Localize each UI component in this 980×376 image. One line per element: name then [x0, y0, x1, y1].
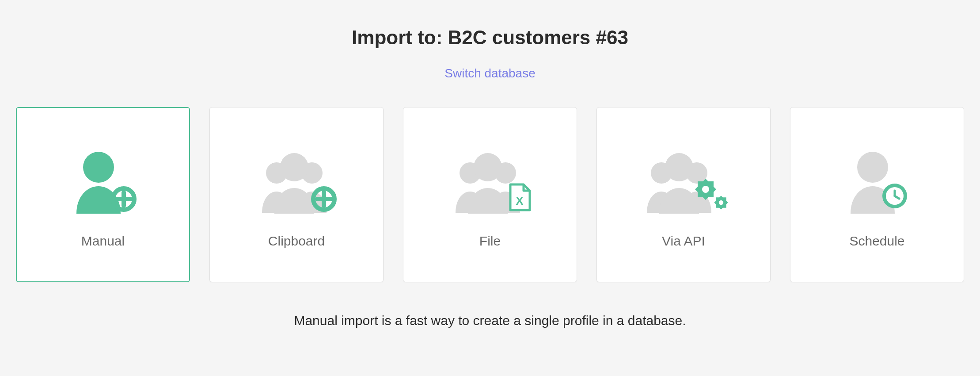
svg-point-16	[665, 153, 693, 181]
switch-database-link[interactable]: Switch database	[444, 66, 535, 81]
svg-point-12	[474, 153, 502, 181]
tile-clipboard[interactable]: Clipboard	[209, 107, 384, 282]
svg-point-19	[857, 152, 888, 183]
svg-point-6	[280, 153, 308, 181]
person-plus-icon	[65, 141, 141, 220]
method-description: Manual import is a fast way to create a …	[13, 313, 967, 328]
tile-label: Manual	[81, 234, 125, 249]
tile-api[interactable]: Via API	[596, 107, 771, 282]
people-gear-icon	[637, 141, 730, 220]
tile-file[interactable]: X File	[403, 107, 577, 282]
svg-text:X: X	[516, 194, 524, 207]
svg-point-18	[719, 200, 723, 205]
tile-schedule[interactable]: Schedule	[790, 107, 964, 282]
tile-manual[interactable]: Manual	[16, 107, 190, 282]
svg-point-17	[702, 186, 709, 193]
people-file-icon: X	[446, 141, 534, 220]
import-method-tiles: Manual	[13, 107, 967, 282]
tile-label: File	[479, 234, 501, 249]
tile-label: Schedule	[849, 234, 904, 249]
page-title: Import to: B2C customers #63	[13, 27, 967, 49]
tile-label: Clipboard	[268, 234, 325, 249]
import-container: Import to: B2C customers #63 Switch data…	[0, 0, 980, 355]
svg-point-0	[83, 152, 114, 183]
people-plus-icon	[252, 141, 341, 220]
tile-label: Via API	[662, 234, 705, 249]
person-clock-icon	[837, 141, 917, 220]
